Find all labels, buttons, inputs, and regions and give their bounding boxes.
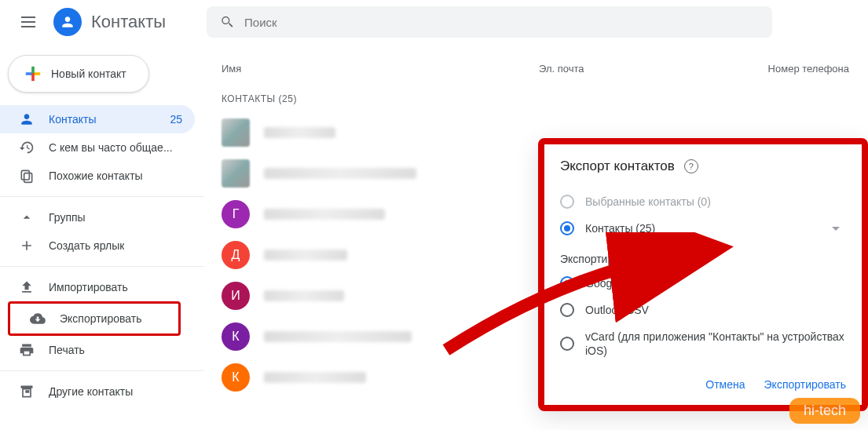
sidebar-item-label: Группы [49, 211, 86, 224]
svg-rect-0 [26, 72, 32, 75]
search-input[interactable] [244, 16, 760, 29]
print-icon [19, 342, 35, 358]
radio-icon [560, 276, 574, 290]
sidebar-item-export[interactable]: Экспортировать [11, 304, 178, 333]
history-icon [19, 140, 35, 155]
avatar [222, 159, 250, 188]
divider [0, 266, 204, 267]
sidebar-item-label: Контакты [49, 113, 96, 126]
merge-icon [19, 168, 35, 184]
sidebar-item-frequent[interactable]: С кем вы часто общае... [0, 133, 195, 162]
contact-name-blurred [264, 209, 385, 220]
export-dialog: Экспорт контактов ? Выбранные контакты (… [538, 138, 868, 411]
col-header-email: Эл. почта [539, 63, 768, 75]
cloud-download-icon [30, 311, 46, 326]
radio-outlook-csv[interactable]: Outlook CSV [560, 297, 846, 323]
archive-icon [19, 384, 35, 399]
sidebar-item-groups[interactable]: Группы [0, 203, 195, 231]
search-box[interactable] [207, 6, 772, 38]
export-as-heading: Экспортировать как [560, 253, 846, 265]
radio-label: vCard (для приложения "Контакты" на устр… [585, 330, 846, 358]
sidebar-item-label: Печать [49, 344, 85, 356]
sidebar-item-print[interactable]: Печать [0, 336, 195, 364]
contact-name-blurred [264, 168, 416, 179]
watermark-text: hi-tech [804, 403, 846, 419]
main-content: Имя Эл. почта Номер телефона КОНТАКТЫ (2… [204, 44, 868, 414]
avatar: Д [222, 241, 250, 269]
avatar: И [222, 282, 250, 310]
app-title: Контакты [91, 12, 166, 32]
export-highlight: Экспортировать [8, 301, 181, 336]
avatar: Г [222, 200, 250, 228]
plus-icon [24, 65, 42, 82]
avatar: К [222, 322, 250, 351]
help-icon[interactable]: ? [684, 159, 698, 173]
chevron-up-icon [19, 210, 35, 225]
add-icon [19, 238, 35, 253]
hamburger-icon [21, 16, 35, 27]
radio-icon [560, 337, 574, 351]
person-icon [19, 111, 35, 127]
contact-name-blurred [264, 331, 412, 342]
person-icon [60, 14, 75, 30]
avatar: К [222, 363, 250, 392]
section-label: КОНТАКТЫ (25) [217, 82, 855, 112]
avatar [222, 118, 250, 147]
contact-name-blurred [264, 290, 344, 301]
watermark: hi-tech [789, 398, 860, 424]
app-header: Контакты [0, 0, 868, 44]
radio-label: Outlook CSV [585, 304, 649, 316]
sidebar-item-label: Похожие контакты [49, 169, 143, 182]
contact-name-blurred [264, 372, 366, 383]
contacts-count-badge: 25 [170, 113, 182, 126]
svg-rect-3 [31, 73, 35, 81]
radio-label: Выбранные контакты (0) [585, 195, 711, 208]
export-button[interactable]: Экспортировать [764, 378, 846, 391]
sidebar-item-label: Другие контакты [49, 385, 133, 398]
sidebar-item-contacts[interactable]: Контакты 25 [0, 105, 195, 133]
radio-label: Google CSV [585, 277, 646, 290]
radio-selected-contacts: Выбранные контакты (0) [560, 188, 846, 215]
upload-icon [19, 279, 35, 295]
col-header-name: Имя [217, 63, 539, 75]
sidebar-item-label: Импортировать [49, 281, 128, 293]
new-contact-button[interactable]: Новый контакт [8, 55, 149, 93]
dialog-title: Экспорт контактов [560, 159, 675, 174]
sidebar: Новый контакт Контакты 25 С кем вы часто… [0, 44, 204, 414]
divider [0, 370, 204, 371]
svg-rect-2 [31, 67, 35, 73]
sidebar-item-label: Экспортировать [60, 312, 141, 325]
search-icon [219, 14, 235, 30]
radio-icon [560, 221, 574, 235]
sidebar-item-import[interactable]: Импортировать [0, 273, 195, 301]
column-headers: Имя Эл. почта Номер телефона [217, 44, 855, 82]
radio-vcard[interactable]: vCard (для приложения "Контакты" на устр… [560, 323, 846, 364]
app-logo [53, 8, 82, 36]
contact-name-blurred [264, 127, 335, 138]
sidebar-item-merge[interactable]: Похожие контакты [0, 162, 195, 190]
col-header-phone: Номер телефона [768, 63, 855, 75]
new-contact-label: Новый контакт [51, 67, 126, 80]
divider [0, 196, 204, 197]
sidebar-item-create-label[interactable]: Создать ярлык [0, 231, 195, 260]
radio-all-contacts[interactable]: Контакты (25) [560, 215, 846, 242]
sidebar-item-label: Создать ярлык [49, 239, 124, 252]
menu-button[interactable] [13, 6, 44, 38]
contact-name-blurred [264, 250, 347, 261]
cancel-button[interactable]: Отмена [705, 378, 745, 391]
svg-rect-5 [24, 173, 32, 183]
sidebar-item-other[interactable]: Другие контакты [0, 377, 195, 406]
radio-icon [560, 195, 574, 209]
radio-google-csv[interactable]: Google CSV [560, 270, 846, 297]
sidebar-item-label: С кем вы часто общае... [49, 141, 173, 154]
radio-icon [560, 303, 574, 317]
radio-label: Контакты (25) [585, 222, 655, 235]
chevron-down-icon[interactable] [832, 227, 840, 231]
